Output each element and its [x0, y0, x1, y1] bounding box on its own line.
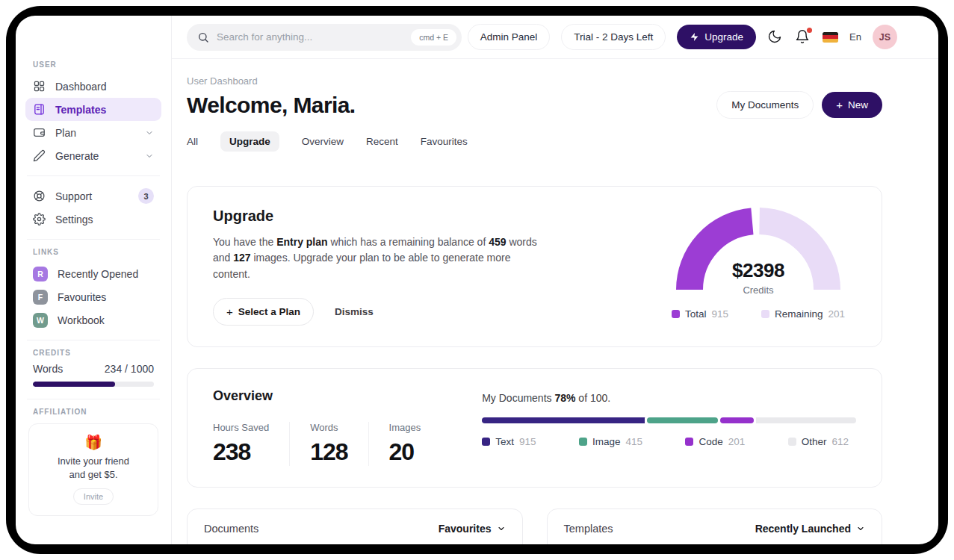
breadcrumb: User Dashboard	[187, 75, 882, 87]
credits-progress-track	[33, 382, 154, 387]
tab-favourites[interactable]: Favourites	[421, 131, 468, 152]
wallet-icon	[33, 126, 46, 139]
templates-card-title: Templates	[564, 523, 613, 535]
admin-panel-button[interactable]: Admin Panel	[468, 24, 551, 50]
credits-progress-fill	[33, 382, 115, 387]
sidebar-link-favourites[interactable]: F Favourites	[25, 285, 161, 308]
tab-upgrade[interactable]: Upgrade	[220, 131, 279, 152]
tab-overview[interactable]: Overview	[302, 131, 344, 152]
sidebar-link-recently-opened[interactable]: R Recently Opened	[25, 262, 161, 285]
sidebar-item-plan[interactable]: Plan	[25, 121, 161, 144]
chevron-down-icon	[145, 128, 154, 137]
moon-icon	[767, 29, 782, 44]
sidebar-section-user: USER	[25, 60, 161, 69]
upgrade-card-title: Upgrade	[213, 208, 542, 225]
overview-stats: Hours Saved 238 Words 128 Images 20	[213, 422, 441, 466]
tab-recent[interactable]: Recent	[366, 131, 398, 152]
tab-bar: All Upgrade Overview Recent Favourites	[187, 131, 882, 152]
invite-button[interactable]: Invite	[73, 488, 114, 505]
sidebar-item-dashboard[interactable]: Dashboard	[25, 75, 161, 98]
legend-item-remaining: Remaining201	[761, 308, 845, 320]
legend-swatch	[685, 438, 693, 446]
affiliation-card: 🎁 Invite your friend and get $5. Invite	[28, 423, 158, 516]
notifications-button[interactable]	[795, 29, 811, 46]
legend-item-code: Code201	[685, 436, 745, 447]
legend-swatch	[761, 310, 769, 318]
divider	[27, 399, 160, 399]
my-documents-button[interactable]: My Documents	[716, 91, 814, 119]
sidebar-item-label: Dashboard	[55, 81, 107, 93]
sidebar-section-links: LINKS	[25, 248, 161, 256]
chevron-down-icon	[856, 524, 865, 533]
affiliation-text-line1: Invite your friend	[37, 455, 150, 468]
trial-badge-button[interactable]: Trial - 2 Days Left	[561, 24, 666, 50]
gauge-value: $2398	[676, 259, 840, 282]
topbar: cmd + E Admin Panel Trial - 2 Days Left …	[172, 16, 938, 59]
sidebar-item-label: Templates	[55, 104, 106, 116]
dismiss-button[interactable]: Dismiss	[335, 306, 374, 317]
legend-swatch	[482, 438, 490, 446]
stat-hours-saved: Hours Saved 238	[213, 422, 289, 466]
legend-swatch	[579, 438, 587, 446]
gear-icon	[33, 213, 46, 225]
divider	[27, 340, 160, 340]
sidebar-item-settings[interactable]: Settings	[25, 208, 161, 231]
upgrade-button[interactable]: Upgrade	[677, 25, 756, 49]
bar-segment-other	[756, 417, 856, 423]
divider	[27, 239, 160, 240]
link-initial-badge: R	[33, 267, 48, 281]
gauge-label: Credits	[676, 284, 840, 296]
new-button-label: New	[848, 99, 868, 111]
tab-all[interactable]: All	[187, 131, 198, 152]
select-plan-label: Select a Plan	[238, 306, 300, 317]
sidebar-item-label: Recently Opened	[58, 268, 138, 280]
credits-value: 234 / 1000	[105, 363, 154, 375]
language-flag-icon[interactable]	[823, 32, 838, 43]
content: User Dashboard Welcome, Maria. My Docume…	[172, 59, 938, 544]
sidebar-section-credits: CREDITS	[25, 349, 161, 357]
app-window: USER Dashboard Templates Plan Generate	[16, 16, 938, 544]
stat-images: Images 20	[368, 422, 442, 466]
overview-card: Overview Hours Saved 238 Words 128	[187, 368, 882, 488]
upgrade-card: Upgrade You have the Entry plan which ha…	[187, 186, 882, 347]
sidebar: USER Dashboard Templates Plan Generate	[16, 16, 172, 544]
link-initial-badge: W	[33, 313, 48, 328]
templates-filter-dropdown[interactable]: Recently Launched	[755, 523, 865, 535]
sidebar-item-generate[interactable]: Generate	[25, 144, 161, 167]
upgrade-button-label: Upgrade	[704, 31, 743, 43]
credits-label: Words	[33, 363, 63, 375]
device-frame: USER Dashboard Templates Plan Generate	[6, 6, 948, 554]
legend-swatch	[788, 438, 796, 446]
sidebar-item-label: Generate	[55, 150, 135, 162]
bar-segment-text	[482, 417, 645, 423]
stat-words: Words 128	[289, 422, 368, 466]
credits-gauge: $2398 Credits Total915 Remaining201	[665, 208, 852, 326]
affiliation-text-line2: and get $5.	[37, 468, 150, 482]
grid-icon	[33, 80, 46, 93]
search-bar[interactable]: cmd + E	[187, 24, 462, 51]
language-selector[interactable]: En	[849, 31, 861, 43]
sidebar-item-support[interactable]: Support 3	[25, 184, 161, 208]
notification-dot	[807, 28, 812, 33]
documents-progress-bar	[482, 417, 856, 423]
documents-filter-dropdown[interactable]: Favourites	[439, 523, 506, 535]
divider	[27, 175, 160, 176]
new-button[interactable]: + New	[822, 92, 882, 118]
page-title: Welcome, Maria.	[187, 93, 356, 118]
upgrade-card-body: You have the Entry plan which has a rema…	[213, 234, 542, 282]
sidebar-item-templates[interactable]: Templates	[25, 98, 161, 121]
plus-icon: +	[836, 99, 843, 111]
sidebar-item-label: Plan	[55, 127, 135, 139]
select-plan-button[interactable]: + Select a Plan	[213, 298, 314, 326]
sidebar-link-workbook[interactable]: W Workbook	[25, 308, 161, 332]
search-input[interactable]	[217, 31, 403, 43]
templates-icon	[33, 103, 46, 116]
legend-item-text: Text915	[482, 436, 536, 447]
user-avatar[interactable]: JS	[873, 25, 897, 49]
bar-segment-code	[720, 417, 754, 423]
documents-card-title: Documents	[204, 523, 258, 535]
search-icon	[197, 31, 209, 43]
sidebar-item-label: Favourites	[58, 291, 106, 303]
dark-mode-toggle[interactable]	[767, 29, 784, 46]
link-initial-badge: F	[33, 290, 48, 305]
